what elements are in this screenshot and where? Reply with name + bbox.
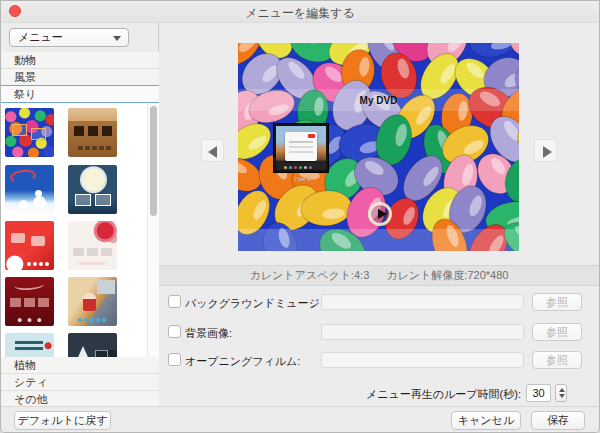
- background-music-checkbox[interactable]: [168, 295, 181, 308]
- sidebar-item-city[interactable]: シティ: [1, 374, 159, 391]
- sidebar-item-animals[interactable]: 動物: [1, 52, 159, 69]
- background-music-browse-button[interactable]: 参照: [532, 293, 582, 311]
- play-button-icon: [368, 202, 392, 226]
- template-thumb-merry-christmas-mint[interactable]: [5, 333, 54, 357]
- template-thumb-santa-hat-red[interactable]: [5, 221, 54, 270]
- save-button[interactable]: 保存: [531, 411, 585, 430]
- background-image-label: 背景画像:: [185, 326, 232, 341]
- template-thumb-wood-photo-frames[interactable]: [68, 108, 117, 157]
- loop-time-value[interactable]: 30: [526, 384, 551, 402]
- loop-time-stepper[interactable]: [555, 384, 567, 402]
- footer-bar: デフォルトに戻す キャンセル 保存: [1, 406, 599, 432]
- current-aspect-label: カレントアスペクト:4:3: [250, 269, 370, 281]
- menu-overlay-band-bottom: [238, 229, 519, 251]
- thumbnails-scrollbar[interactable]: [147, 103, 159, 357]
- edit-menu-dialog: メニューを編集する メニュー 動物 風景 祭り 植物 シティ その他: [0, 0, 600, 433]
- stepper-down-icon[interactable]: [559, 394, 565, 398]
- menu-type-dropdown[interactable]: メニュー: [9, 28, 129, 47]
- template-thumbnail-list: [1, 103, 159, 357]
- sidebar-item-scenery[interactable]: 風景: [1, 69, 159, 86]
- sidebar-item-plants[interactable]: 植物: [1, 357, 159, 374]
- next-template-button[interactable]: [534, 139, 557, 162]
- opening-film-browse-button[interactable]: 参照: [532, 351, 582, 369]
- background-image-checkbox[interactable]: [168, 325, 181, 338]
- background-image-input[interactable]: [321, 324, 524, 340]
- menu-item-label: Title 1: [273, 176, 331, 182]
- opening-film-checkbox[interactable]: [168, 353, 181, 366]
- stepper-up-icon[interactable]: [559, 388, 565, 392]
- reset-default-button[interactable]: デフォルトに戻す: [14, 411, 111, 430]
- template-thumb-christmas-night-moon[interactable]: [68, 165, 117, 214]
- opening-film-row: オープニングフィルム: 参照: [159, 351, 599, 369]
- template-thumb-white-rose[interactable]: [68, 221, 117, 270]
- background-image-browse-button[interactable]: 参照: [532, 323, 582, 341]
- prev-template-button[interactable]: [201, 139, 224, 162]
- opening-film-input[interactable]: [321, 352, 524, 368]
- background-image-row: 背景画像: 参照: [159, 323, 599, 341]
- screenshot-art: [276, 126, 326, 170]
- dropdown-selected-value: メニュー: [18, 31, 63, 43]
- menu-item-thumbnail[interactable]: [273, 123, 329, 173]
- main-panel: My DVD Title 1 カレントアスペクト:4:3 カレント解像度:720…: [159, 23, 599, 406]
- template-thumb-merry-christmas-red[interactable]: [5, 277, 54, 326]
- template-thumb-christmas-tree-navy[interactable]: [68, 333, 117, 357]
- title-bar: メニューを編集する: [1, 1, 599, 23]
- dialog-title: メニューを編集する: [1, 5, 599, 22]
- background-music-input[interactable]: [321, 294, 524, 310]
- opening-film-label: オープニングフィルム:: [185, 354, 300, 369]
- dvd-menu-title: My DVD: [238, 95, 519, 106]
- chevron-left-icon: [208, 146, 217, 158]
- scrollbar-thumb[interactable]: [150, 106, 157, 216]
- loop-time-row: メニュー再生のループ時間(秒): 30: [159, 384, 599, 402]
- template-sidebar: メニュー 動物 風景 祭り 植物 シティ その他: [1, 23, 159, 406]
- cancel-button[interactable]: キャンセル: [451, 411, 521, 430]
- status-bar: カレントアスペクト:4:3 カレント解像度:720*480: [159, 265, 599, 286]
- screenshot-dialog: [285, 132, 317, 161]
- menu-preview-canvas[interactable]: My DVD Title 1: [238, 43, 519, 251]
- loop-time-label: メニュー再生のループ時間(秒):: [366, 387, 521, 402]
- template-thumb-candy-festival[interactable]: [5, 108, 54, 157]
- chevron-down-icon: [113, 36, 121, 41]
- template-thumb-christmas-snowman-blue[interactable]: [5, 165, 54, 214]
- background-music-row: バックグラウンドミュージック: 参照: [159, 293, 599, 311]
- current-resolution-label: カレント解像度:720*480: [386, 269, 508, 281]
- sidebar-item-festival[interactable]: 祭り: [1, 85, 159, 103]
- template-thumb-christmas-girl-photo[interactable]: [68, 277, 117, 326]
- chevron-right-icon: [543, 146, 552, 158]
